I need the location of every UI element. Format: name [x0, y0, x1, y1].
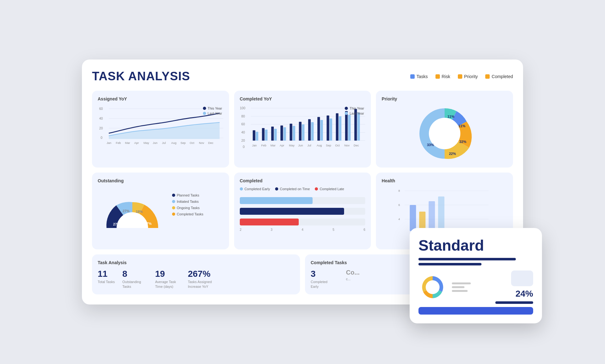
standard-card-bottom: 24% — [418, 270, 533, 304]
planned-label: Planned Tasks — [177, 193, 199, 197]
task-stats-row: 11 Total Tasks 8 Outstanding Tasks 19 Av… — [98, 269, 294, 289]
svg-text:Jul: Jul — [162, 142, 166, 145]
outstanding-legend: Planned Tasks Initiated Tasks Ongoing Ta… — [172, 187, 203, 216]
svg-rect-47 — [326, 116, 329, 141]
svg-rect-31 — [253, 130, 255, 141]
assigned-yoy-panel: Assigned YoY 60 40 20 0 — [92, 91, 229, 168]
svg-text:60: 60 — [241, 122, 245, 126]
stat-avg-task-time: 19 Average Task Time (days) — [155, 269, 180, 289]
assigned-yoy-title: Assigned YoY — [98, 96, 223, 101]
completed-other-label: c... — [346, 277, 360, 281]
completed-late-legend: Completed Late — [315, 187, 344, 191]
tasks-increase-label: Tasks Assigned Increase YoY — [188, 280, 213, 289]
axis-3: 3 — [271, 228, 273, 231]
svg-text:Jun: Jun — [153, 142, 158, 145]
standard-percent-text: 24% — [516, 289, 533, 299]
completed-early-legend: Completed Early — [240, 187, 270, 191]
completed-bars-panel: Completed Completed Early Completed on T… — [234, 173, 371, 249]
bar-row-late — [240, 219, 366, 225]
svg-text:100: 100 — [240, 106, 245, 110]
svg-text:Sep: Sep — [181, 142, 186, 145]
avg-task-time-label: Average Task Time (days) — [155, 280, 180, 289]
header: TASK ANALYSIS Tasks Risk Priority Comple… — [92, 70, 513, 83]
standard-bar-2 — [418, 263, 481, 265]
ontime-label: Completed on Time — [280, 187, 310, 191]
stat-total-tasks: 11 Total Tasks — [98, 269, 115, 289]
completed-yoy-legend: This Year Last Year — [345, 106, 364, 115]
bar-fill-early — [240, 197, 313, 204]
svg-text:27%: 27% — [113, 222, 120, 226]
bar-bg-ontime — [240, 208, 366, 215]
svg-text:80: 80 — [241, 114, 245, 118]
nav-risk[interactable]: Risk — [435, 74, 450, 79]
svg-text:4: 4 — [399, 218, 400, 221]
svg-rect-85 — [429, 201, 435, 231]
last-year-label: Last Year — [208, 111, 222, 115]
svg-text:40: 40 — [241, 130, 245, 134]
svg-text:Aug: Aug — [171, 142, 176, 145]
last-year-dot — [203, 112, 206, 115]
completed-dot — [485, 74, 490, 79]
stat-completed-other: Co... c... — [346, 269, 360, 289]
bar-row-early — [240, 197, 366, 204]
svg-rect-44 — [311, 122, 314, 141]
nav-items: Tasks Risk Priority Completed — [410, 74, 513, 79]
page-title: TASK ANALYSIS — [92, 70, 190, 83]
svg-text:6: 6 — [399, 203, 400, 207]
svg-text:Nov: Nov — [199, 142, 204, 145]
legend-cy-this-year: This Year — [345, 106, 364, 110]
stat-completed-early: 3 Completed Early — [311, 269, 336, 289]
standard-percent-box — [511, 270, 533, 286]
bar-fill-ontime — [240, 208, 344, 215]
svg-text:Jan: Jan — [252, 144, 256, 147]
standard-button[interactable] — [418, 307, 533, 315]
svg-rect-49 — [336, 113, 338, 141]
svg-text:27%: 27% — [123, 209, 130, 213]
initiated-label: Initiated Tasks — [177, 200, 199, 203]
ongoing-dot — [172, 206, 175, 209]
risk-label: Risk — [442, 74, 450, 79]
nav-completed[interactable]: Completed — [485, 74, 513, 79]
completed-early-stat-label: Completed Early — [311, 280, 336, 289]
svg-text:0: 0 — [101, 136, 102, 140]
svg-text:Jan: Jan — [107, 142, 111, 145]
svg-text:Aug: Aug — [317, 144, 322, 147]
cy-this-year-label: This Year — [349, 106, 364, 110]
std-line-2 — [452, 286, 464, 288]
this-year-label: This Year — [208, 106, 222, 110]
task-analysis-panel: Task Analysis 11 Total Tasks 8 Outstandi… — [92, 254, 300, 294]
svg-rect-83 — [410, 205, 416, 231]
initiated-tasks-legend: Initiated Tasks — [172, 200, 203, 203]
svg-text:Jun: Jun — [298, 144, 303, 147]
bar-bg-late — [240, 219, 366, 225]
bar-bg-early — [240, 197, 366, 204]
late-label: Completed Late — [320, 187, 344, 191]
legend-this-year: This Year — [203, 106, 222, 110]
svg-text:Oct: Oct — [335, 144, 340, 147]
svg-rect-40 — [292, 126, 295, 141]
completed-yoy-chart: 100 80 60 40 20 0 — [240, 105, 366, 156]
priority-title: Priority — [382, 96, 507, 101]
assigned-yoy-legend: This Year Last Year — [203, 106, 222, 115]
outstanding-svg: 27% 27% 18% 27% — [98, 187, 167, 237]
svg-rect-54 — [357, 113, 360, 141]
nav-tasks[interactable]: Tasks — [410, 74, 428, 79]
std-line-1 — [452, 282, 471, 284]
svg-rect-86 — [438, 196, 445, 231]
nav-priority[interactable]: Priority — [458, 74, 478, 79]
planned-tasks-legend: Planned Tasks — [172, 193, 203, 197]
completed-yoy-title: Completed YoY — [240, 96, 366, 101]
early-label: Completed Early — [245, 187, 270, 191]
svg-rect-36 — [274, 129, 277, 141]
svg-rect-32 — [256, 132, 258, 141]
completed-ontime-legend: Completed on Time — [275, 187, 310, 191]
svg-point-87 — [426, 280, 440, 294]
completed-tasks-label: Completed Tasks — [177, 212, 203, 216]
cy-last-year-label: Last Year — [349, 111, 364, 115]
standard-lines — [452, 282, 471, 292]
svg-text:11%: 11% — [447, 115, 454, 118]
bar-fill-late — [240, 219, 299, 225]
svg-text:60: 60 — [99, 107, 103, 111]
priority-dot — [458, 74, 462, 79]
scene: TASK ANALYSIS Tasks Risk Priority Comple… — [82, 60, 523, 304]
